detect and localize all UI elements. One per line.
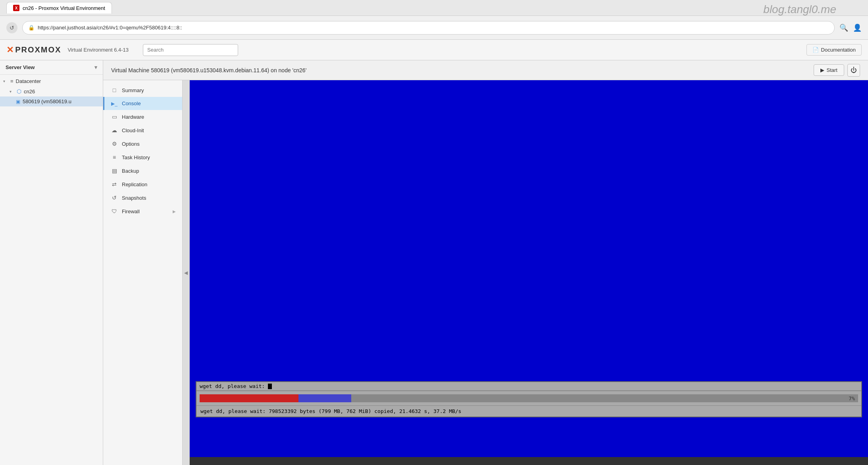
tab-title: cn26 - Proxmox Virtual Environment [23,5,105,11]
nav-label-backup: Backup [122,168,139,174]
expand-icon: ▾ [3,79,8,83]
sidebar-view-label: Server View [6,64,35,70]
terminal-bottom-bar [190,457,868,465]
url-text: https://panel.justhost.asia/cn26/#v1:0=q… [38,25,182,31]
status-text: wget dd, please wait: 798523392 bytes (7… [200,408,461,414]
firewall-icon: 🛡 [111,208,118,214]
power-button[interactable]: ⏻ [847,64,860,77]
sidebar-collapse-icon[interactable]: ▾ [94,64,97,70]
blog-watermark: blog.tangl0.me [763,3,836,16]
content-area: Virtual Machine 580619 (vm580619.u153048… [103,60,868,465]
url-bar[interactable]: 🔒 https://panel.justhost.asia/cn26/#v1:0… [22,21,835,35]
collapse-handle[interactable]: ◀ [183,80,190,465]
nav-label-firewall: Firewall [122,208,140,214]
nav-item-cloud-init[interactable]: ☁ Cloud-Init [103,123,182,137]
progress-percent: 7% [849,396,858,401]
browser-bar: ↺ 🔒 https://panel.justhost.asia/cn26/#v1… [0,16,868,40]
documentation-button[interactable]: 📄 Documentation [806,44,862,56]
lock-icon: 🔒 [28,25,35,31]
node-icon: ⬡ [17,88,21,95]
sidebar-item-cn26[interactable]: ▾ ⬡ cn26 [0,86,103,96]
vm-label: 580619 (vm580619.u [23,98,71,104]
console-icon: ▶_ [111,101,118,106]
console-terminal: wget dd, please wait: 7% [190,80,868,465]
nav-label-replication: Replication [122,181,147,187]
back-button[interactable]: ↺ [6,22,17,33]
app-container: ✕ PROXMOX Virtual Environment 6.4-13 📄 D… [0,40,868,465]
nav-item-backup[interactable]: ▤ Backup [103,164,182,178]
terminal-cursor [268,384,272,389]
nav-item-firewall[interactable]: 🛡 Firewall ▶ [103,205,182,218]
nav-label-options: Options [122,141,140,147]
datacenter-label: Datacenter [16,78,41,84]
proxmox-version: Virtual Environment 6.4-13 [67,47,129,53]
nav-item-options[interactable]: ⚙ Options [103,137,182,150]
doc-icon: 📄 [812,47,819,53]
hardware-icon: ▭ [111,114,118,120]
top-toolbar: ✕ PROXMOX Virtual Environment 6.4-13 📄 D… [0,40,868,60]
nav-label-hardware: Hardware [122,114,144,120]
vm-icon: ▣ [16,99,20,104]
browser-tab[interactable]: X cn26 - Proxmox Virtual Environment [6,2,112,14]
nav-menu: □ Summary ▶_ Console ▭ Hardware ☁ Cloud-… [103,80,183,465]
tab-favicon: X [13,5,19,11]
backup-icon: ▤ [111,168,118,174]
vm-title: Virtual Machine 580619 (vm580619.u153048… [111,67,306,73]
dialog-title-text: wget dd, please wait: [200,383,858,390]
proxmox-x-letter: ✕ [6,45,13,55]
snapshots-icon: ↺ [111,195,118,201]
nav-label-cloud-init: Cloud-Init [122,127,144,133]
profile-icon: 👤 [853,23,862,32]
progress-area: 7% [196,391,861,405]
sidebar-tree: ▾ ≡ Datacenter ▾ ⬡ cn26 ▣ 580619 (vm5806… [0,75,103,465]
nav-item-console[interactable]: ▶_ Console [103,97,182,110]
progress-bar-red [200,394,298,402]
nav-label-task-history: Task History [122,154,150,160]
replication-icon: ⇄ [111,181,118,187]
nav-label-console: Console [122,100,141,106]
sidebar-item-datacenter[interactable]: ▾ ≡ Datacenter [0,76,103,86]
proxmox-logo: ✕ PROXMOX Virtual Environment 6.4-13 [6,45,129,55]
collapse-arrow-icon: ◀ [184,270,188,276]
nav-item-snapshots[interactable]: ↺ Snapshots [103,191,182,205]
power-icon: ⏻ [851,67,857,74]
nav-item-hardware[interactable]: ▭ Hardware [103,110,182,123]
progress-bar-blue [298,394,351,402]
progress-bar-container: 7% [200,394,858,402]
terminal-status-line: wget dd, please wait: 798523392 bytes (7… [196,405,861,417]
dialog-title-label: wget dd, please wait: [200,383,265,389]
datacenter-icon: ≡ [10,78,13,84]
browser-title-bar: X cn26 - Proxmox Virtual Environment blo… [0,0,868,16]
nav-label-snapshots: Snapshots [122,195,146,201]
two-panel: □ Summary ▶_ Console ▭ Hardware ☁ Cloud-… [103,80,868,465]
node-label: cn26 [24,89,35,95]
proxmox-brand: ✕ PROXMOX [6,45,61,55]
nav-item-replication[interactable]: ⇄ Replication [103,178,182,191]
sidebar-item-vm[interactable]: ▣ 580619 (vm580619.u [0,96,103,106]
terminal-title-bar: wget dd, please wait: [196,382,861,392]
vm-header: Virtual Machine 580619 (vm580619.u153048… [103,60,868,80]
summary-icon: □ [111,87,118,93]
main-layout: Server View ▾ ▾ ≡ Datacenter ▾ ⬡ cn26 ▣ … [0,60,868,465]
play-icon: ▶ [820,67,824,73]
expand-icon: ▾ [10,89,14,94]
sidebar-header: Server View ▾ [0,60,103,75]
console-area[interactable]: wget dd, please wait: 7% [190,80,868,465]
proxmox-wordmark: PROXMOX [15,45,61,54]
search-input[interactable] [143,44,238,56]
terminal-dialog: wget dd, please wait: 7% [196,381,862,418]
doc-label: Documentation [821,47,856,53]
task-history-icon: ≡ [111,154,118,160]
search-browser-icon: 🔍 [839,23,848,32]
start-button[interactable]: ▶ Start [814,64,844,76]
start-label: Start [827,67,837,73]
firewall-expand-arrow: ▶ [173,209,176,214]
nav-label-summary: Summary [122,87,144,93]
cloud-init-icon: ☁ [111,127,118,133]
nav-item-summary[interactable]: □ Summary [103,83,182,97]
sidebar: Server View ▾ ▾ ≡ Datacenter ▾ ⬡ cn26 ▣ … [0,60,103,465]
nav-item-task-history[interactable]: ≡ Task History [103,150,182,164]
vm-actions: ▶ Start ⏻ [814,64,860,77]
options-icon: ⚙ [111,141,118,147]
